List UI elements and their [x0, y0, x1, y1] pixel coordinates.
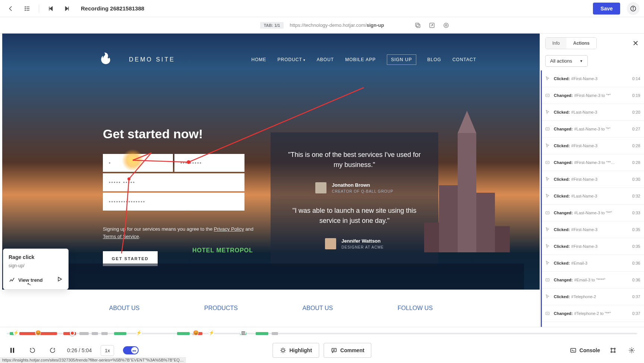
action-row[interactable]: Clicked:#First-Name-30:30: [542, 171, 644, 188]
click-icon: [544, 260, 551, 266]
action-row[interactable]: Changed:#First-Name-3 to "*"0:19: [542, 87, 644, 104]
tab-info[interactable]: Info: [546, 38, 566, 49]
click-icon: [544, 293, 551, 300]
action-time: 0:28: [632, 160, 640, 165]
action-time: 0:37: [632, 294, 640, 299]
back-button[interactable]: [4, 2, 17, 15]
skip-inactivity-toggle[interactable]: ▸▸: [123, 346, 139, 354]
action-target: #Email-3 to "****": [574, 278, 606, 282]
nav-product[interactable]: PRODUCT▾: [277, 57, 305, 62]
view-trend-button[interactable]: View trend: [9, 277, 43, 283]
timeline-track[interactable]: ⚡ 😡 ⚡ 😡 ⚡ ▥: [7, 333, 637, 334]
play-icon[interactable]: [56, 276, 63, 284]
action-type: Clicked:: [554, 294, 570, 299]
actions-list[interactable]: Clicked:#First-Name-30:14Changed:#First-…: [541, 70, 644, 327]
save-button[interactable]: Save: [593, 3, 620, 15]
action-row[interactable]: Changed:#Last-Name-3 to "**"0:33: [542, 205, 644, 221]
nav-signup[interactable]: SIGN UP: [387, 54, 416, 65]
quote-2: "I was able to launch a new site using t…: [285, 206, 423, 226]
footer-products[interactable]: PRODUCTS: [204, 305, 238, 312]
action-row[interactable]: Changed:#Email-3 to "****"0:36: [542, 272, 644, 288]
list-button[interactable]: [21, 2, 34, 15]
actions-sidebar: Info Actions ✕ All actions▼ Clicked:#Fir…: [540, 34, 644, 327]
action-type: Changed:: [554, 93, 573, 98]
svg-rect-12: [416, 23, 419, 26]
highlight-button[interactable]: Highlight: [272, 343, 319, 358]
network-icon[interactable]: [607, 345, 619, 356]
nav-blog[interactable]: BLOG: [427, 57, 441, 62]
action-time: 0:28: [632, 143, 640, 148]
tab-actions[interactable]: Actions: [566, 38, 596, 49]
action-target: #Last-Name-3 to "*": [574, 127, 610, 131]
action-row[interactable]: Clicked:#First-Name-30:28: [542, 138, 644, 154]
action-type: Changed:: [554, 127, 573, 131]
person1-role: CREATOR OF Q-BALL GROUP: [332, 189, 393, 193]
action-row[interactable]: Clicked:#Last-Name-30:32: [542, 188, 644, 205]
skip-back-button[interactable]: [27, 345, 38, 356]
tab-indicator: TAB: 1/1: [260, 22, 284, 29]
nav-contact[interactable]: CONTACT: [452, 57, 476, 62]
action-row[interactable]: Clicked:#Telephone-20:37: [542, 288, 644, 305]
playback-speed[interactable]: 1x: [101, 345, 114, 356]
action-time: 0:37: [632, 311, 640, 316]
action-row[interactable]: Changed:#Telephone-2 to "**"0:37: [542, 305, 644, 322]
click-icon: [544, 193, 551, 199]
action-target: #Telephone-2 to "**": [574, 311, 611, 316]
target-icon[interactable]: [442, 21, 450, 29]
action-target: #First-Name-3: [571, 227, 597, 232]
next-recording-button[interactable]: [61, 2, 73, 15]
open-external-icon[interactable]: [428, 21, 436, 29]
nav-about[interactable]: ABOUT: [317, 57, 334, 62]
action-type: Clicked:: [554, 177, 570, 182]
action-row[interactable]: Clicked:#Last-Name-30:20: [542, 104, 644, 121]
footer-about2[interactable]: ABOUT US: [303, 305, 333, 312]
action-row[interactable]: Clicked:#First-Name-30:35: [542, 238, 644, 255]
click-icon: [544, 243, 551, 250]
change-icon: [544, 310, 551, 317]
nav-home[interactable]: HOME: [251, 57, 266, 62]
popover-title: Rage click: [9, 254, 63, 260]
svg-point-2: [25, 8, 26, 9]
nav-mobile[interactable]: MOBILE APP: [345, 57, 376, 62]
svg-point-54: [631, 350, 633, 351]
actions-filter-dropdown[interactable]: All actions▼: [545, 55, 588, 67]
hotel-sign: HOTEL METROPOL: [192, 247, 253, 253]
sidebar-tabs: Info Actions: [545, 37, 597, 49]
svg-rect-22: [2, 263, 524, 293]
action-type: Changed:: [554, 160, 573, 165]
action-target: #Email-3: [571, 261, 587, 265]
info-button[interactable]: [627, 2, 640, 15]
footer-follow[interactable]: FOLLOW US: [398, 305, 433, 312]
action-target: #First-Name-3: [571, 76, 597, 81]
action-time: 0:19: [632, 93, 640, 98]
action-row[interactable]: Clicked:#First-Name-30:35: [542, 221, 644, 238]
action-target: #First-Name-3 to "*": [574, 93, 611, 98]
action-time: 0:36: [632, 261, 640, 265]
footer-about1[interactable]: ABOUT US: [109, 305, 140, 312]
email-input[interactable]: ••••• •••••: [103, 173, 244, 191]
pause-button[interactable]: [7, 345, 18, 356]
action-row[interactable]: Clicked:#First-Name-30:14: [542, 70, 644, 87]
action-row[interactable]: Clicked:#Email-30:36: [542, 255, 644, 272]
action-row[interactable]: Changed:#First-Name-3 to "**…0:28: [542, 154, 644, 171]
site-nav: DEMO SITE HOME PRODUCT▾ ABOUT MOBILE APP…: [99, 52, 476, 67]
player-bar: ⚡ 😡 ⚡ 😡 ⚡ ▥ 0:26 / 5:04 1x ▸▸ Highlight: [0, 327, 644, 363]
action-type: Clicked:: [554, 76, 570, 81]
telephone-input[interactable]: •••••••••••••••: [103, 193, 244, 211]
last-name-input[interactable]: ••• •••••: [174, 154, 244, 172]
action-row[interactable]: Changed:#Last-Name-3 to "*"0:27: [542, 121, 644, 138]
settings-icon[interactable]: [626, 345, 637, 356]
console-button[interactable]: Console: [570, 347, 600, 354]
skip-forward-button[interactable]: [47, 345, 58, 356]
top-bar: Recording 26821581388 Save: [0, 0, 644, 17]
close-sidebar-button[interactable]: ✕: [632, 39, 639, 48]
action-type: Clicked:: [554, 227, 570, 232]
hero-title: Get started now!: [103, 127, 259, 141]
prev-recording-button[interactable]: [44, 2, 57, 15]
bolt-icon: ⚡: [208, 330, 214, 336]
page-url: https://technology-demo.hotjar.com/sign-…: [290, 22, 384, 28]
comment-button[interactable]: Comment: [323, 343, 372, 358]
action-target: #First-Name-3 to "**…: [574, 160, 615, 165]
click-icon: [544, 226, 551, 233]
copy-icon[interactable]: [414, 21, 422, 29]
